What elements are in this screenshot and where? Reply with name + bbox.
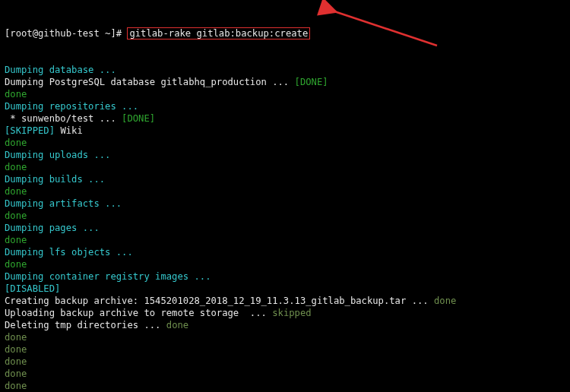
output-segment: done: [5, 259, 27, 270]
output-line: done: [5, 343, 565, 356]
output-segment: done: [5, 162, 27, 172]
output-segment: Dumping database ...: [5, 65, 122, 75]
output-line: done: [5, 368, 565, 380]
output-line: Dumping uploads ...: [5, 149, 565, 161]
output-segment: done: [5, 344, 27, 355]
output-segment: Dumping container registry images ...: [5, 271, 217, 282]
terminal-output: Dumping database ... Dumping PostgreSQL …: [5, 64, 565, 392]
output-line: Creating backup archive: 1545201028_2018…: [5, 295, 565, 307]
output-line: done: [5, 258, 565, 270]
output-segment: done: [5, 356, 27, 367]
output-line: Dumping PostgreSQL database gitlabhq_pro…: [5, 76, 565, 88]
output-line: done: [5, 380, 565, 392]
output-segment: done: [5, 186, 27, 197]
output-line: done: [5, 210, 565, 222]
output-line: done: [5, 331, 565, 343]
output-segment: done: [166, 320, 188, 330]
output-line: Dumping lfs objects ...: [5, 246, 565, 258]
output-segment: Dumping uploads ...: [5, 150, 116, 160]
output-segment: * sunwenbo/test ...: [5, 113, 122, 124]
command-line: [root@github-test ~]# gitlab-rake gitlab…: [5, 27, 565, 40]
output-segment: done: [5, 138, 27, 148]
terminal[interactable]: [root@github-test ~]# gitlab-rake gitlab…: [0, 0, 570, 392]
output-line: done: [5, 161, 565, 173]
output-segment: done: [5, 210, 27, 221]
output-segment: Dumping lfs objects ...: [5, 247, 138, 258]
output-line: done: [5, 234, 565, 246]
output-line: [DISABLED]: [5, 283, 565, 295]
output-segment: done: [5, 89, 27, 100]
output-line: done: [5, 185, 565, 198]
output-segment: [DONE]: [122, 113, 155, 124]
output-segment: [SKIPPED]: [5, 125, 55, 136]
output-segment: done: [5, 235, 27, 245]
output-segment: Dumping PostgreSQL database gitlabhq_pro…: [5, 77, 295, 87]
output-segment: Dumping artifacts ...: [5, 198, 127, 209]
output-segment: Creating backup archive: 1545201028_2018…: [5, 296, 434, 306]
output-line: Dumping builds ...: [5, 173, 565, 185]
output-segment: done: [5, 368, 27, 379]
output-line: Uploading backup archive to remote stora…: [5, 307, 565, 319]
output-line: Dumping artifacts ...: [5, 198, 565, 210]
output-segment: [DISABLED]: [5, 283, 60, 294]
output-segment: [DONE]: [295, 77, 328, 87]
output-segment: done: [5, 381, 27, 391]
output-segment: Deleting tmp directories ...: [5, 320, 166, 330]
output-segment: skipped: [272, 308, 311, 318]
output-line: * sunwenbo/test ... [DONE]: [5, 112, 565, 125]
output-segment: Wiki: [55, 125, 83, 136]
output-line: Deleting tmp directories ... done: [5, 319, 565, 331]
output-segment: Uploading backup archive to remote stora…: [5, 308, 272, 318]
output-segment: done: [5, 332, 27, 343]
shell-prompt: [root@github-test ~]#: [5, 28, 127, 39]
output-line: [SKIPPED] Wiki: [5, 125, 565, 137]
output-line: done: [5, 137, 565, 149]
output-segment: done: [434, 296, 456, 306]
output-line: Dumping database ...: [5, 64, 565, 76]
output-line: Dumping repositories ...: [5, 100, 565, 112]
output-segment: Dumping builds ...: [5, 174, 110, 185]
output-segment: Dumping repositories ...: [5, 101, 138, 112]
command-highlight-box: gitlab-rake gitlab:backup:create: [127, 27, 310, 40]
output-line: done: [5, 88, 565, 100]
output-line: Dumping pages ...: [5, 222, 565, 234]
output-line: Dumping container registry images ...: [5, 270, 565, 283]
output-segment: Dumping pages ...: [5, 223, 105, 233]
output-line: done: [5, 356, 565, 368]
